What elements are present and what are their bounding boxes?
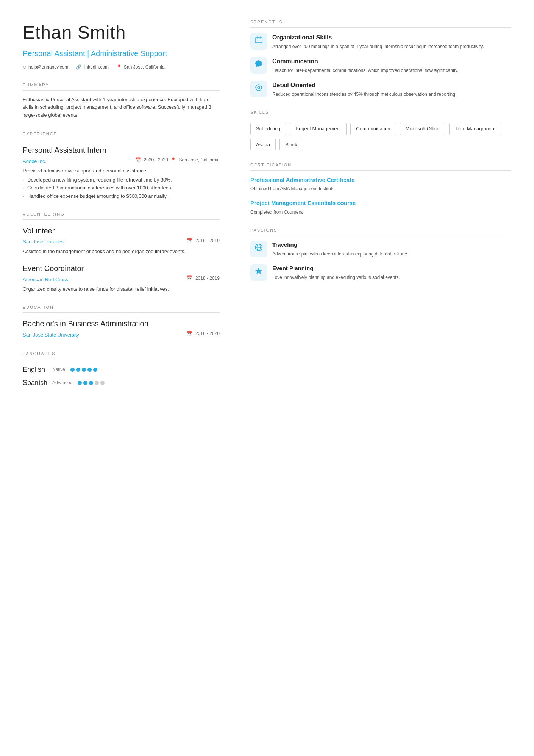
certification-section: CERTIFICATION Professional Administrativ…	[250, 162, 511, 216]
volunteer-dates-0: 📅 2019 - 2019	[187, 237, 220, 244]
passion-icon-wrap-1	[250, 264, 267, 281]
skill-6: Slack	[279, 139, 303, 151]
strengths-section: STRENGTHS Organizational Skills Arran	[250, 19, 511, 98]
passion-item-1: Event Planning Love innovatively plannin…	[250, 264, 511, 281]
cal-icon-0: 📅	[135, 157, 141, 163]
skills-grid: Scheduling Project Management Communicat…	[250, 123, 511, 150]
candidate-title: Personal Assistant | Administrative Supp…	[23, 48, 220, 59]
email-text: help@enhancv.com	[28, 64, 68, 70]
strength-title-1: Communication	[272, 57, 458, 66]
lang-row-0: English Native	[23, 365, 220, 375]
strength-desc-2: Reduced operational inconsistencies by 4…	[272, 91, 456, 98]
skill-5: Asana	[250, 139, 276, 151]
location-text: San Jose, California	[124, 64, 164, 70]
strength-desc-1: Liaison for inter-departmental communica…	[272, 67, 458, 74]
header-section: Ethan Smith Personal Assistant | Adminis…	[23, 19, 220, 70]
strength-icon-wrap-0	[250, 33, 267, 50]
lang-name-1: Spanish	[23, 378, 49, 388]
strength-content-2: Detail Oriented Reduced operational inco…	[272, 81, 456, 98]
passion-icon-wrap-0	[250, 241, 267, 257]
skill-4: Time Management	[449, 123, 501, 135]
passion-content-1: Event Planning Love innovatively plannin…	[272, 264, 400, 281]
strength-item-2: Detail Oriented Reduced operational inco…	[250, 81, 511, 98]
job-bullet-0-0: Developed a new filing system, reducing …	[23, 176, 220, 184]
lang-dot-1-2	[89, 381, 93, 385]
passion-desc-1: Love innovatively planning and executing…	[272, 274, 400, 281]
cert-item-1: Project Management Essentials course Com…	[250, 199, 511, 216]
skills-label: SKILLS	[250, 109, 511, 118]
lang-name-0: English	[23, 365, 49, 375]
communication-icon	[255, 59, 263, 71]
linkedin-text: linkedin.com	[83, 64, 109, 70]
cert-desc-1: Completed from Coursera	[250, 209, 511, 216]
summary-section: SUMMARY Enthusiastic Personal Assistant …	[23, 82, 220, 119]
summary-text: Enthusiastic Personal Assistant with 1-y…	[23, 96, 220, 119]
job-desc-0: Provided administrative support and pers…	[23, 167, 220, 175]
traveling-icon	[255, 243, 263, 255]
strength-title-0: Organizational Skills	[272, 33, 484, 42]
svg-point-4	[256, 85, 262, 91]
lang-dot-1-4	[100, 381, 105, 385]
languages-label: LANGUAGES	[23, 351, 220, 359]
linkedin-contact: 🔗 linkedin.com	[76, 64, 109, 70]
strength-icon-wrap-1	[250, 57, 267, 74]
skill-2: Communication	[350, 123, 396, 135]
location-icon: 📍	[116, 64, 122, 70]
volunteer-item-1: Event Coordinator American Red Cross 📅 2…	[23, 263, 220, 293]
lang-dots-0	[70, 368, 97, 372]
volunteering-section: VOLUNTEERING Volunteer San Jose Librarie…	[23, 211, 220, 293]
detail-oriented-icon	[255, 83, 263, 95]
strength-content-0: Organizational Skills Arranged over 200 …	[272, 33, 484, 50]
volunteer-dates-1: 📅 2018 - 2019	[187, 275, 220, 282]
strength-item-1: Communication Liaison for inter-departme…	[250, 57, 511, 74]
email-icon: ⊙	[23, 64, 27, 70]
passions-label: PASSIONS	[250, 227, 511, 236]
languages-section: LANGUAGES English Native Spanish Advance…	[23, 351, 220, 388]
job-location-0: San Jose, California	[179, 157, 220, 163]
job-dates-loc-0: 📅 2020 - 2020 📍 San Jose, California	[135, 157, 220, 163]
email-contact: ⊙ help@enhancv.com	[23, 64, 68, 70]
edu-date-0: 2016 - 2020	[195, 330, 220, 337]
lang-row-1: Spanish Advanced	[23, 378, 220, 388]
linkedin-icon: 🔗	[76, 64, 81, 70]
job-company-0: Adobe Inc.	[23, 158, 46, 165]
skill-0: Scheduling	[250, 123, 286, 135]
lang-dots-1	[78, 381, 105, 385]
lang-level-0: Native	[52, 366, 65, 373]
cert-title-1: Project Management Essentials course	[250, 199, 511, 208]
volunteer-title-0: Volunteer	[23, 225, 220, 236]
lang-dot-1-3	[95, 381, 99, 385]
cal-icon-e0: 📅	[187, 330, 192, 337]
event-planning-icon	[255, 267, 263, 278]
experience-item-0: Personal Assistant Intern Adobe Inc. 📅 2…	[23, 144, 220, 200]
passion-item-0: Traveling Adventurous spirit with a keen…	[250, 241, 511, 257]
passion-desc-0: Adventurous spirit with a keen interest …	[272, 250, 410, 257]
volunteer-date-1: 2018 - 2019	[195, 275, 220, 282]
job-bullet-0-2: Handled office expense budget amounting …	[23, 193, 220, 200]
strength-icon-wrap-2	[250, 81, 267, 97]
volunteer-item-0: Volunteer San Jose Libraries 📅 2019 - 20…	[23, 225, 220, 255]
cal-icon-v0: 📅	[187, 237, 192, 244]
contact-row: ⊙ help@enhancv.com 🔗 linkedin.com 📍 San …	[23, 64, 220, 70]
strength-item-0: Organizational Skills Arranged over 200 …	[250, 33, 511, 50]
cal-icon-v1: 📅	[187, 275, 192, 282]
volunteer-date-0: 2019 - 2019	[195, 237, 220, 244]
edu-meta-row-0: San Jose State University 📅 2016 - 2020	[23, 330, 220, 339]
svg-marker-11	[255, 268, 262, 274]
job-title-0: Personal Assistant Intern	[23, 144, 220, 156]
candidate-name: Ethan Smith	[23, 19, 220, 46]
svg-point-5	[258, 86, 260, 89]
experience-label: EXPERIENCE	[23, 131, 220, 139]
lang-dot-0-3	[87, 368, 92, 372]
volunteering-label: VOLUNTEERING	[23, 211, 220, 220]
volunteer-desc-1: Organized charity events to raise funds …	[23, 285, 220, 293]
strength-desc-0: Arranged over 200 meetings in a span of …	[272, 43, 484, 50]
experience-section: EXPERIENCE Personal Assistant Intern Ado…	[23, 131, 220, 200]
job-meta-row-0: Adobe Inc. 📅 2020 - 2020 📍 San Jose, Cal…	[23, 157, 220, 166]
summary-label: SUMMARY	[23, 82, 220, 91]
volunteer-desc-0: Assisted in the management of books and …	[23, 248, 220, 255]
edu-dates-0: 📅 2016 - 2020	[187, 330, 220, 337]
loc-icon-0: 📍	[170, 157, 176, 163]
volunteer-title-1: Event Coordinator	[23, 263, 220, 274]
passion-content-0: Traveling Adventurous spirit with a keen…	[272, 241, 410, 257]
